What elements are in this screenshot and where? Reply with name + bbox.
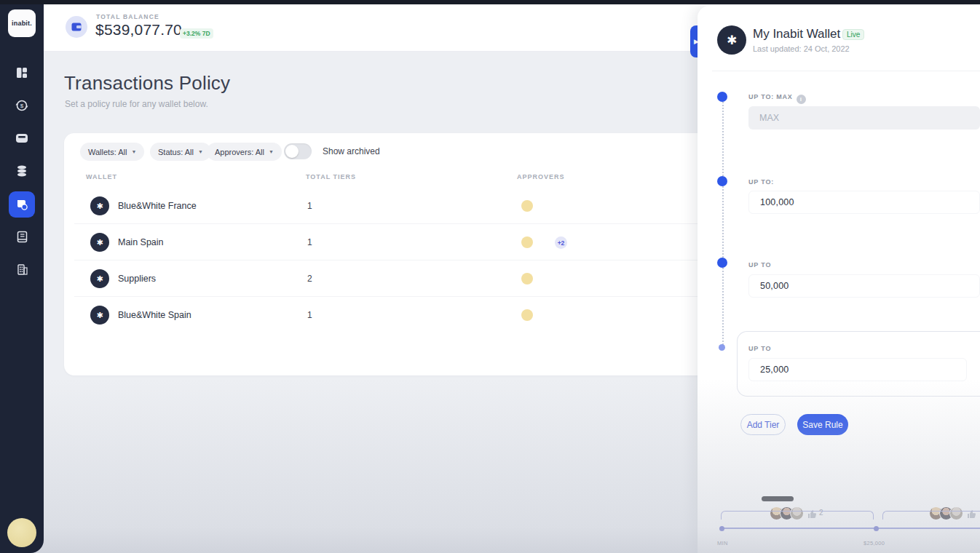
toggle-knob (285, 145, 299, 158)
wallet-name: Blue&White France (118, 201, 197, 211)
panel-title: My Inabit Wallet (753, 27, 840, 41)
range-slider-track[interactable] (721, 528, 980, 529)
info-icon[interactable]: i (797, 95, 806, 104)
wallet-avatar-icon: ✱ (717, 25, 746, 55)
range-cap-label: $25,000 (864, 540, 885, 546)
wallet-name: Blue&White Spain (118, 310, 191, 320)
add-tier-button[interactable]: Add Tier (740, 414, 786, 435)
chevron-down-icon: ▼ (198, 149, 203, 154)
approvers-filter[interactable]: Approvers: All ▼ (207, 143, 282, 161)
col-total-tiers: TOTAL TIERS (306, 173, 356, 180)
tier-range-bracket (721, 511, 874, 520)
scrubber-handle[interactable] (762, 496, 794, 501)
total-balance-label: TOTAL BALANCE (96, 13, 159, 20)
card-icon (15, 133, 28, 143)
sidebar-item-transactions-policy[interactable] (9, 191, 35, 218)
database-icon (15, 164, 28, 178)
last-updated-text: Last updated: 24 Oct, 2022 (753, 44, 850, 53)
more-approvers-badge[interactable]: +2 (555, 236, 567, 249)
tier-dot (719, 344, 725, 351)
total-balance-value: $539,077.70 (95, 21, 182, 39)
show-archived-label: Show archived (323, 146, 380, 156)
tier-range-bracket (882, 511, 980, 520)
user-avatar[interactable] (7, 518, 36, 547)
wallet-avatar-icon: ✱ (90, 196, 109, 215)
wallet-name: Main Spain (118, 237, 164, 247)
approver-avatar (521, 309, 533, 321)
sidebar-item-dashboard[interactable] (9, 60, 35, 86)
sidebar-item-assets[interactable] (9, 158, 35, 184)
sidebar-item-cards[interactable] (9, 125, 35, 151)
chevron-down-icon: ▼ (131, 149, 136, 154)
approver-avatar (521, 273, 533, 285)
approver-avatar (521, 236, 533, 248)
balance-change-badge: +3.2% 7D (180, 28, 213, 39)
wallet-badge-icon (15, 198, 28, 211)
show-archived-toggle[interactable] (284, 143, 312, 159)
col-wallet: WALLET (86, 173, 117, 180)
page-subtitle: Set a policy rule for any wallet below. (65, 99, 208, 109)
range-slider-dot[interactable] (719, 526, 724, 531)
wallet-avatar-icon: ✱ (90, 269, 109, 288)
svg-text:$: $ (20, 103, 24, 109)
tier-dot (717, 176, 727, 186)
window-top-strip (0, 0, 980, 4)
wallet-tiers: 2 (307, 274, 312, 284)
grid-icon (15, 66, 28, 79)
wallets-filter[interactable]: Wallets: All ▼ (80, 143, 144, 161)
book-icon (16, 231, 28, 243)
sidebar-item-ledger[interactable] (9, 223, 35, 250)
chevron-down-icon: ▼ (269, 149, 274, 154)
col-approvers: APPROVERS (517, 173, 565, 180)
wallet-tiers: 1 (307, 201, 312, 211)
wallet-avatar-icon: ✱ (90, 233, 109, 252)
save-rule-button[interactable]: Save Rule (797, 414, 848, 435)
tier-label: UP TO (748, 261, 771, 268)
divider (712, 71, 980, 71)
wallet-name: Suppliers (118, 274, 156, 284)
tier-timeline-line (722, 102, 724, 348)
wallet-rule-panel: ✱ My Inabit Wallet Live Last updated: 24… (698, 6, 980, 553)
tier-amount-input[interactable]: 50,000 (748, 274, 980, 298)
wallets-filter-label: Wallets: All (88, 148, 127, 156)
tier-label: UP TO: (748, 178, 774, 186)
swap-dollar-icon: $ (15, 98, 29, 113)
sidebar-item-exchange[interactable]: $ (9, 92, 35, 119)
status-filter-label: Status: All (158, 148, 194, 156)
tier-dot (717, 258, 727, 268)
building-icon (16, 263, 28, 276)
logo-text: inabit. (12, 20, 32, 27)
live-status-badge: Live (842, 29, 864, 40)
page-title: Transactions Policy (64, 72, 230, 95)
tier-label: UP TO: MAXi (748, 93, 806, 104)
sidebar: inabit. $ (0, 0, 44, 553)
tier-label: UP TO (748, 345, 771, 352)
status-filter[interactable]: Status: All ▼ (150, 143, 211, 161)
tier-amount-input[interactable]: 25,000 (748, 358, 967, 381)
approver-avatar (521, 200, 533, 212)
range-slider-dot[interactable] (874, 526, 879, 531)
wallet-avatar-icon: ✱ (90, 306, 109, 325)
wallet-tiers: 1 (307, 237, 312, 247)
inabit-logo[interactable]: inabit. (8, 9, 36, 37)
tier-amount-input[interactable]: MAX (748, 106, 980, 130)
app-screen: inabit. $ (0, 0, 980, 553)
tier-dot (717, 92, 727, 102)
wallet-icon (66, 16, 87, 38)
wallet-tiers: 1 (307, 310, 312, 320)
range-min-label: MIN (717, 540, 728, 546)
tier-amount-input[interactable]: 100,000 (748, 191, 980, 214)
approvers-filter-label: Approvers: All (215, 148, 264, 156)
sidebar-item-organization[interactable] (9, 256, 35, 282)
